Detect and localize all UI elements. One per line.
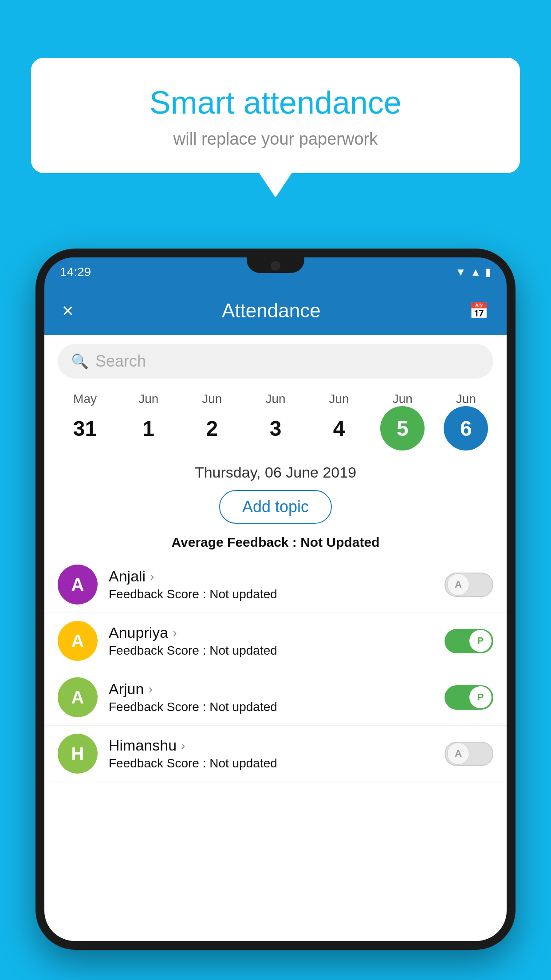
speech-bubble: Smart attendance will replace your paper…: [31, 58, 520, 173]
date-num-4[interactable]: 4: [317, 406, 361, 450]
toggle-knob-anjali: A: [447, 573, 469, 596]
student-list: A Anjali › Feedback Score : Not updated: [44, 557, 507, 941]
date-item-0[interactable]: 31: [56, 406, 114, 450]
student-info-anjali: Anjali › Feedback Score : Not updated: [109, 568, 433, 601]
date-info: Thursday, 06 June 2019: [44, 459, 507, 483]
avatar-anjali: A: [58, 565, 98, 605]
student-feedback-himanshu: Feedback Score : Not updated: [109, 756, 433, 771]
date-item-1[interactable]: 1: [120, 406, 177, 450]
date-num-5[interactable]: 5: [380, 406, 425, 450]
calendar-month-0[interactable]: May: [56, 392, 114, 406]
date-item-2[interactable]: 2: [183, 406, 241, 450]
toggle-knob-arjun: P: [469, 686, 492, 708]
toggle-anupriya[interactable]: P: [445, 629, 493, 653]
add-topic-button[interactable]: Add topic: [219, 490, 332, 524]
selected-date-text: Thursday, 06 June 2019: [195, 464, 356, 481]
student-name-arjun: Arjun ›: [109, 680, 433, 698]
student-info-anupriya: Anupriya › Feedback Score : Not updated: [109, 624, 433, 658]
close-button[interactable]: ×: [62, 300, 74, 322]
avatar-arjun: A: [58, 677, 98, 717]
feedback-average: Average Feedback : Not Updated: [44, 530, 507, 557]
calendar-dates-row: 31 1 2 3 4 5 6: [44, 406, 507, 459]
date-num-2[interactable]: 2: [190, 406, 234, 450]
date-item-3[interactable]: 3: [247, 406, 304, 450]
battery-icon: ▮: [485, 266, 491, 278]
student-name-himanshu: Himanshu ›: [109, 737, 433, 754]
toggle-knob-himanshu: A: [447, 743, 469, 765]
search-container: 🔍 Search: [44, 335, 507, 387]
student-feedback-anjali: Feedback Score : Not updated: [109, 587, 433, 601]
student-item-himanshu[interactable]: H Himanshu › Feedback Score : Not update…: [44, 726, 507, 782]
calendar-months-row: May Jun Jun Jun Jun Jun Jun: [44, 387, 507, 406]
wifi-icon: ▼: [455, 266, 466, 278]
search-bar[interactable]: 🔍 Search: [58, 344, 493, 379]
toggle-knob-anupriya: P: [469, 630, 492, 652]
student-feedback-arjun: Feedback Score : Not updated: [109, 700, 433, 714]
phone-container: 14:29 ▼ ▲ ▮ × Attendance 📅 🔍 Search: [35, 249, 516, 980]
phone-camera: [271, 261, 280, 271]
student-item-anjali[interactable]: A Anjali › Feedback Score : Not updated: [44, 557, 507, 613]
student-name-anjali: Anjali ›: [109, 568, 433, 585]
student-item-arjun[interactable]: A Arjun › Feedback Score : Not updated: [44, 669, 507, 726]
bubble-title: Smart attendance: [53, 84, 498, 121]
toggle-himanshu[interactable]: A: [445, 742, 493, 766]
speech-bubble-container: Smart attendance will replace your paper…: [31, 58, 520, 173]
avatar-himanshu: H: [58, 734, 98, 774]
signal-icon: ▲: [470, 266, 481, 278]
attendance-toggle-himanshu[interactable]: A: [445, 742, 493, 766]
student-info-himanshu: Himanshu › Feedback Score : Not updated: [109, 737, 433, 771]
chevron-right-icon: ›: [150, 569, 154, 584]
phone: 14:29 ▼ ▲ ▮ × Attendance 📅 🔍 Search: [35, 249, 516, 950]
calendar-month-3[interactable]: Jun: [247, 392, 304, 406]
student-item-anupriya[interactable]: A Anupriya › Feedback Score : Not update…: [44, 613, 507, 669]
search-placeholder: Search: [95, 352, 146, 371]
date-num-6[interactable]: 6: [444, 406, 488, 450]
app-title: Attendance: [222, 300, 321, 322]
toggle-anjali[interactable]: A: [445, 573, 493, 597]
avatar-anupriya: A: [58, 621, 98, 661]
status-icons: ▼ ▲ ▮: [455, 266, 491, 278]
chevron-right-icon: ›: [148, 682, 152, 696]
date-num-1[interactable]: 1: [126, 406, 171, 450]
calendar-month-6[interactable]: Jun: [437, 392, 495, 406]
app-header: × Attendance 📅: [44, 286, 507, 335]
calendar-month-4[interactable]: Jun: [310, 392, 368, 406]
student-feedback-anupriya: Feedback Score : Not updated: [109, 644, 433, 658]
date-num-0[interactable]: 31: [63, 406, 107, 450]
date-num-3[interactable]: 3: [253, 406, 298, 450]
date-item-6[interactable]: 6: [437, 406, 495, 450]
attendance-toggle-anjali[interactable]: A: [445, 573, 493, 597]
calendar-icon[interactable]: 📅: [469, 301, 489, 320]
date-item-5[interactable]: 5: [374, 406, 431, 450]
calendar-month-1[interactable]: Jun: [120, 392, 177, 406]
status-time: 14:29: [60, 265, 91, 279]
bubble-subtitle: will replace your paperwork: [53, 130, 498, 149]
attendance-toggle-arjun[interactable]: P: [445, 685, 493, 710]
student-info-arjun: Arjun › Feedback Score : Not updated: [109, 680, 433, 714]
app-screen: × Attendance 📅 🔍 Search May Jun Jun Jun …: [44, 286, 507, 941]
attendance-toggle-anupriya[interactable]: P: [445, 629, 493, 653]
add-topic-container: Add topic: [44, 483, 507, 530]
toggle-arjun[interactable]: P: [445, 685, 493, 710]
calendar-month-5[interactable]: Jun: [374, 392, 431, 406]
date-item-4[interactable]: 4: [310, 406, 368, 450]
chevron-right-icon: ›: [173, 626, 177, 640]
student-name-anupriya: Anupriya ›: [109, 624, 433, 641]
calendar-month-2[interactable]: Jun: [183, 392, 241, 406]
chevron-right-icon: ›: [181, 739, 185, 753]
search-icon: 🔍: [71, 353, 89, 370]
phone-notch: [247, 257, 304, 273]
feedback-avg-text: Average Feedback : Not Updated: [171, 535, 379, 549]
